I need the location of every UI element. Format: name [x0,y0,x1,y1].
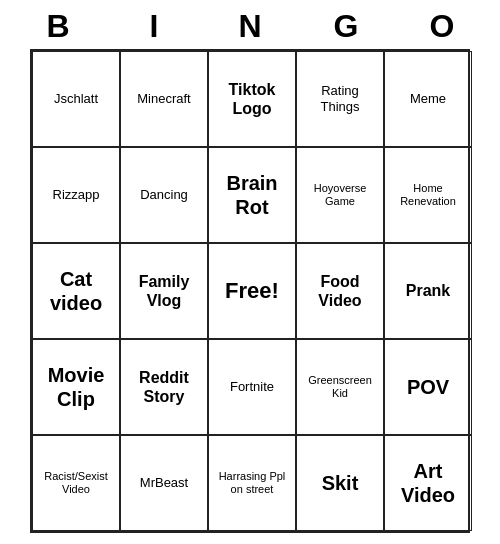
bingo-title: B I N G O [10,0,490,49]
cell-r0-c2: Tiktok Logo [208,51,296,147]
cell-r2-c4: Prank [384,243,472,339]
cell-r0-c0: Jschlatt [32,51,120,147]
cell-r4-c1: MrBeast [120,435,208,531]
cell-r4-c3: Skit [296,435,384,531]
cell-r1-c1: Dancing [120,147,208,243]
cell-r3-c2: Fortnite [208,339,296,435]
cell-r1-c3: Hoyoverse Game [296,147,384,243]
cell-r3-c1: Reddit Story [120,339,208,435]
bingo-grid: JschlattMinecraftTiktok LogoRating Thing… [30,49,470,533]
cell-r4-c4: Art Video [384,435,472,531]
cell-r4-c2: Harrasing Ppl on street [208,435,296,531]
cell-r1-c0: Rizzapp [32,147,120,243]
cell-r1-c2: Brain Rot [208,147,296,243]
cell-r2-c2: Free! [208,243,296,339]
cell-r3-c4: POV [384,339,472,435]
letter-b: B [14,8,102,45]
letter-g: G [302,8,390,45]
letter-o: O [398,8,486,45]
cell-r0-c4: Meme [384,51,472,147]
cell-r1-c4: Home Renevation [384,147,472,243]
cell-r2-c3: Food Video [296,243,384,339]
cell-r3-c3: Greenscreen Kid [296,339,384,435]
letter-n: N [206,8,294,45]
letter-i: I [110,8,198,45]
cell-r0-c3: Rating Things [296,51,384,147]
cell-r0-c1: Minecraft [120,51,208,147]
cell-r2-c1: Family Vlog [120,243,208,339]
cell-r4-c0: Racist/Sexist Video [32,435,120,531]
cell-r2-c0: Cat video [32,243,120,339]
cell-r3-c0: Movie Clip [32,339,120,435]
